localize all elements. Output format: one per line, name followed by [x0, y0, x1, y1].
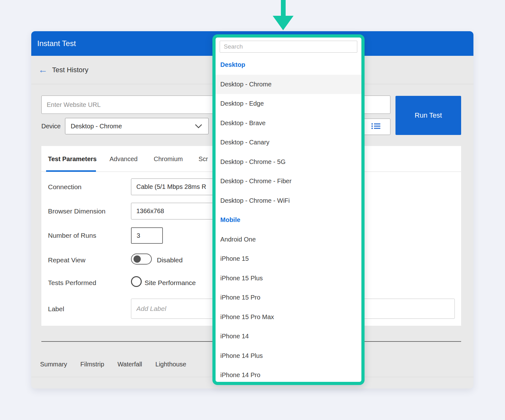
list-icon	[371, 122, 381, 131]
repeat-view-label: Repeat View	[48, 252, 86, 268]
tab-filmstrip[interactable]: Filmstrip	[80, 356, 104, 372]
connection-select-value: Cable (5/1 Mbps 28ms R	[131, 179, 221, 195]
callout-arrow-stem	[281, 0, 286, 16]
number-of-runs-input[interactable]	[131, 227, 163, 244]
connection-label: Connection	[48, 178, 81, 195]
page-title: Instant Test	[37, 31, 76, 56]
option-desktop-brave[interactable]: Desktop - Brave	[216, 114, 361, 133]
tab-advanced[interactable]: Advanced	[110, 146, 138, 172]
site-performance-label: Site Performance	[145, 274, 196, 291]
device-list-button[interactable]	[361, 119, 390, 135]
option-iphone-15-plus[interactable]: iPhone 15 Plus	[216, 269, 361, 288]
label-label: Label	[48, 299, 64, 319]
tests-performed-label: Tests Performed	[48, 274, 96, 291]
option-desktop-chrome[interactable]: Desktop - Chrome	[216, 75, 361, 94]
result-tabs: Summary Filmstrip Waterfall Lighthouse	[40, 356, 186, 372]
browser-dimension-input[interactable]	[131, 203, 221, 219]
option-desktop-chrome-5g[interactable]: Desktop - Chrome - 5G	[216, 152, 361, 172]
option-desktop-canary[interactable]: Desktop - Canary	[216, 133, 361, 152]
number-of-runs-label: Number of Runs	[48, 227, 96, 244]
search-input[interactable]	[220, 41, 357, 53]
connection-select[interactable]: Cable (5/1 Mbps 28ms R	[131, 178, 221, 195]
test-history-link[interactable]: Test History	[52, 56, 88, 84]
browser-dimension-label: Browser Dimension	[48, 203, 105, 219]
group-header-desktop: Desktop	[216, 55, 361, 75]
tab-chromium[interactable]: Chromium	[154, 146, 183, 172]
option-android-one[interactable]: Android One	[216, 230, 361, 249]
option-iphone-15-pro-max[interactable]: iPhone 15 Pro Max	[216, 307, 361, 327]
option-iphone-15[interactable]: iPhone 15	[216, 249, 361, 269]
device-label: Device	[41, 118, 61, 134]
tab-summary[interactable]: Summary	[40, 356, 67, 372]
run-test-button[interactable]: Run Test	[395, 96, 461, 135]
option-desktop-chrome-fiber[interactable]: Desktop - Chrome - Fiber	[216, 172, 361, 191]
option-iphone-14-pro[interactable]: iPhone 14 Pro	[216, 365, 361, 385]
active-tab-underline	[46, 170, 96, 172]
device-dropdown: Desktop Desktop - Chrome Desktop - Edge …	[212, 34, 365, 385]
option-desktop-edge[interactable]: Desktop - Edge	[216, 94, 361, 114]
down-arrow-icon	[273, 16, 294, 30]
repeat-view-state: Disabled	[157, 252, 183, 268]
tab-lighthouse[interactable]: Lighthouse	[155, 356, 186, 372]
device-option-list: Desktop Desktop - Chrome Desktop - Edge …	[216, 55, 361, 385]
tab-test-parameters[interactable]: Test Parameters	[48, 146, 97, 172]
repeat-view-toggle[interactable]	[131, 254, 152, 265]
toggle-knob	[134, 255, 141, 263]
back-arrow-icon[interactable]: ←	[38, 56, 48, 84]
option-iphone-14-plus[interactable]: iPhone 14 Plus	[216, 346, 361, 366]
device-select-value: Desktop - Chrome	[71, 118, 122, 134]
site-performance-radio[interactable]	[131, 276, 142, 287]
option-iphone-14[interactable]: iPhone 14	[216, 327, 361, 346]
tab-screenshot[interactable]: Scr	[199, 146, 208, 172]
tab-waterfall[interactable]: Waterfall	[117, 356, 142, 372]
option-desktop-chrome-wifi[interactable]: Desktop - Chrome - WiFi	[216, 191, 361, 211]
option-iphone-15-pro[interactable]: iPhone 15 Pro	[216, 288, 361, 307]
device-select[interactable]: Desktop - Chrome	[65, 118, 209, 134]
group-header-mobile: Mobile	[216, 210, 361, 230]
chevron-down-icon	[194, 123, 203, 131]
